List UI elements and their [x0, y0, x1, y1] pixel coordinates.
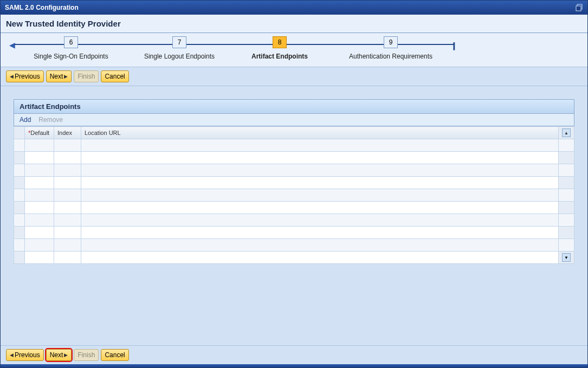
cell-index[interactable]	[54, 152, 81, 164]
page-title: New Trusted Identity Provider	[1, 15, 587, 33]
button-label: Previous	[15, 351, 40, 359]
previous-button-bottom[interactable]: ◀ Previous	[6, 349, 44, 361]
row-selector[interactable]	[14, 214, 25, 227]
cell-index[interactable]	[54, 227, 81, 239]
wizard-arrow-right-icon: ❙	[451, 41, 457, 50]
cell-default[interactable]	[25, 214, 54, 227]
row-selector[interactable]	[14, 227, 25, 239]
cell-location[interactable]	[81, 177, 559, 189]
table-row[interactable]	[14, 239, 574, 251]
next-button[interactable]: Next ▶	[46, 70, 72, 82]
row-selector[interactable]	[14, 189, 25, 202]
add-action[interactable]: Add	[20, 116, 31, 124]
row-selector[interactable]	[14, 177, 25, 189]
cell-location[interactable]	[81, 202, 559, 214]
row-selector[interactable]	[14, 139, 25, 152]
saml-config-window: SAML 2.0 Configuration New Trusted Ident…	[0, 0, 588, 368]
scroll-gutter	[559, 152, 574, 164]
wizard-step-9[interactable]: 9 Authentication Requirements	[337, 36, 445, 60]
wizard-step-7[interactable]: 7 Single Logout Endpoints	[131, 36, 228, 60]
scroll-gutter	[559, 239, 574, 251]
button-label: Cancel	[105, 351, 125, 359]
triangle-left-icon: ◀	[10, 72, 14, 81]
scroll-up-cell[interactable]: ▲	[559, 127, 574, 139]
cell-location[interactable]	[81, 227, 559, 239]
table-row[interactable]	[14, 164, 574, 177]
cell-index[interactable]	[54, 139, 81, 152]
triangle-right-icon: ▶	[64, 351, 68, 359]
table-row[interactable]: ▼	[14, 251, 574, 264]
cell-default[interactable]	[25, 202, 54, 214]
table-row[interactable]	[14, 202, 574, 214]
cell-location[interactable]	[81, 189, 559, 202]
row-selector[interactable]	[14, 239, 25, 251]
cancel-button-bottom[interactable]: Cancel	[101, 349, 128, 361]
row-selector-header	[14, 127, 25, 139]
scroll-down-icon[interactable]: ▼	[562, 253, 571, 262]
button-label: Next	[50, 72, 63, 81]
wizard-step-8[interactable]: 8 Artifact Endpoints	[239, 36, 320, 60]
table-row[interactable]	[14, 139, 574, 152]
cell-default[interactable]	[25, 239, 54, 251]
table-row[interactable]	[14, 189, 574, 202]
previous-button[interactable]: ◀ Previous	[6, 70, 44, 82]
table-row[interactable]	[14, 177, 574, 189]
wizard-step-number: 6	[64, 36, 78, 48]
cell-index[interactable]	[54, 164, 81, 177]
cell-default[interactable]	[25, 177, 54, 189]
toolbar-top: ◀ Previous Next ▶ Finish Cancel	[1, 67, 587, 86]
main-area: Artifact Endpoints Add Remove *Default I…	[1, 86, 587, 364]
cell-index[interactable]	[54, 214, 81, 227]
scroll-gutter	[559, 139, 574, 152]
cell-default[interactable]	[25, 189, 54, 202]
scroll-gutter: ▼	[559, 251, 574, 264]
row-selector[interactable]	[14, 164, 25, 177]
wizard-arrow-left-icon: ◀	[9, 41, 15, 49]
col-location[interactable]: Location URL	[81, 127, 559, 139]
cell-location[interactable]	[81, 214, 559, 227]
cell-index[interactable]	[54, 251, 81, 264]
row-selector[interactable]	[14, 202, 25, 214]
cell-location[interactable]	[81, 239, 559, 251]
button-label: Finish	[77, 351, 95, 359]
window-bottom-edge	[1, 364, 587, 367]
cell-location[interactable]	[81, 152, 559, 164]
table-row[interactable]	[14, 152, 574, 164]
table-row[interactable]	[14, 214, 574, 227]
finish-button: Finish	[74, 70, 99, 82]
triangle-right-icon: ▶	[64, 72, 68, 81]
next-button-bottom[interactable]: Next ▶	[46, 349, 72, 361]
cell-index[interactable]	[54, 177, 81, 189]
table-row[interactable]	[14, 227, 574, 239]
wizard-step-label: Single Sign-On Endpoints	[22, 53, 120, 60]
wizard-step-number: 7	[172, 36, 186, 48]
col-index[interactable]: Index	[54, 127, 81, 139]
cell-default[interactable]	[25, 164, 54, 177]
button-label: Cancel	[105, 72, 125, 81]
wizard-step-label: Authentication Requirements	[337, 53, 445, 60]
cell-default[interactable]	[25, 152, 54, 164]
endpoints-table: *Default Index Location URL ▲ ▼	[14, 126, 574, 264]
cell-default[interactable]	[25, 251, 54, 264]
cell-location[interactable]	[81, 251, 559, 264]
cell-index[interactable]	[54, 189, 81, 202]
window-restore-icon[interactable]	[576, 4, 583, 11]
col-default[interactable]: *Default	[25, 127, 54, 139]
cell-location[interactable]	[81, 139, 559, 152]
cell-default[interactable]	[25, 139, 54, 152]
toolbar-bottom: ◀ Previous Next ▶ Finish Cancel	[1, 345, 587, 364]
cancel-button[interactable]: Cancel	[101, 70, 128, 82]
svg-rect-1	[576, 6, 581, 11]
remove-action: Remove	[38, 116, 63, 124]
cell-index[interactable]	[54, 202, 81, 214]
scroll-gutter	[559, 202, 574, 214]
cell-location[interactable]	[81, 164, 559, 177]
cell-index[interactable]	[54, 239, 81, 251]
cell-default[interactable]	[25, 227, 54, 239]
scroll-gutter	[559, 164, 574, 177]
button-label: Finish	[77, 72, 95, 81]
panel-toolbar: Add Remove	[14, 114, 574, 126]
row-selector[interactable]	[14, 251, 25, 264]
wizard-step-6[interactable]: 6 Single Sign-On Endpoints	[22, 36, 120, 60]
row-selector[interactable]	[14, 152, 25, 164]
